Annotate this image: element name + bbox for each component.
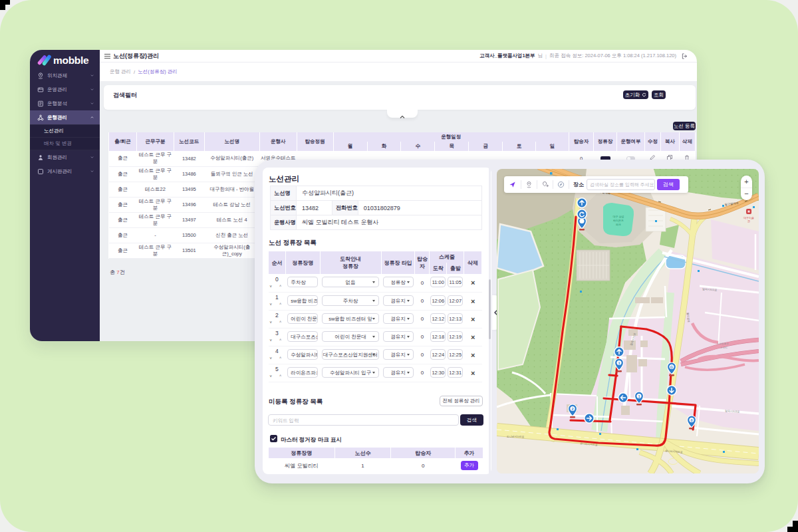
svg-text:1: 1: [618, 361, 620, 365]
svg-text:수성요금소: 수성요금소: [717, 342, 729, 345]
svg-text:유니버시아드로: 유니버시아드로: [507, 435, 525, 438]
svg-text:0: 0: [690, 418, 692, 422]
svg-text:G: G: [670, 365, 673, 369]
svg-text:라이온즈: 라이온즈: [613, 219, 624, 222]
svg-text:관: 관: [747, 219, 750, 223]
svg-text:파크: 파크: [616, 223, 621, 226]
svg-text:수성IC: 수성IC: [720, 346, 728, 349]
svg-text:2: 2: [571, 407, 573, 411]
svg-text:1: 1: [638, 394, 640, 398]
svg-text:mobble: mobble: [53, 55, 89, 66]
